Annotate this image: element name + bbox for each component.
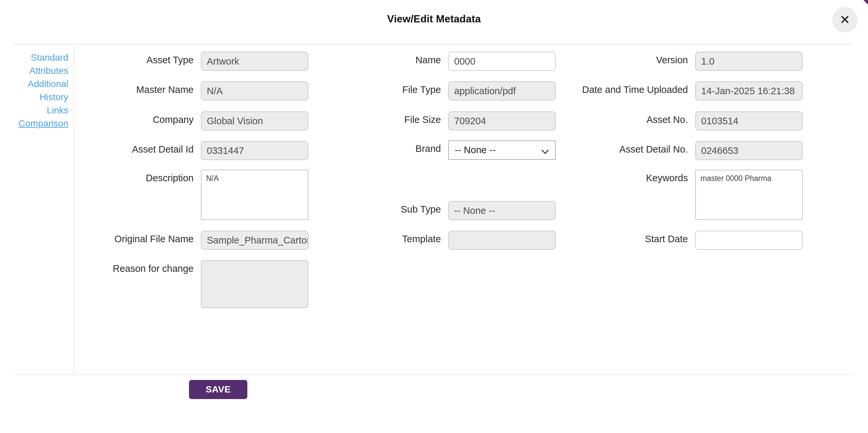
original-file-name-input	[201, 231, 308, 250]
sidebar-item-standard[interactable]: Standard	[10, 51, 68, 64]
field-asset-detail-no: Asset Detail No.	[570, 141, 803, 160]
sidebar-nav: Standard Attributes Additional History L…	[10, 51, 68, 130]
field-version: Version	[570, 52, 803, 71]
reason-for-change-textarea	[201, 260, 308, 308]
asset-no-label: Asset No.	[570, 111, 695, 125]
name-input[interactable]	[448, 52, 556, 71]
close-icon: ✕	[840, 13, 850, 26]
master-name-label: Master Name	[76, 81, 201, 95]
keywords-label: Keywords	[570, 170, 695, 184]
brand-select-value: -- None --	[455, 145, 496, 156]
description-label: Description	[76, 170, 201, 184]
field-name: Name	[323, 52, 556, 71]
sidebar-item-additional[interactable]: Additional	[10, 77, 68, 91]
sub-type-input	[448, 201, 556, 220]
sub-type-label: Sub Type	[323, 201, 448, 215]
master-name-input	[201, 81, 308, 101]
field-brand: Brand -- None --	[323, 140, 556, 160]
name-label: Name	[323, 52, 448, 66]
field-file-type: File Type	[323, 81, 556, 101]
asset-no-input	[695, 111, 803, 131]
page-title: View/Edit Metadata	[0, 13, 868, 25]
field-asset-no: Asset No.	[570, 111, 803, 131]
field-template: Template	[323, 231, 556, 250]
sidebar-item-links[interactable]: Links	[10, 104, 68, 117]
sidebar-item-history[interactable]: History	[10, 91, 68, 104]
close-button[interactable]: ✕	[832, 7, 858, 33]
company-label: Company	[76, 111, 201, 125]
keywords-textarea[interactable]: master 0000 Pharma	[695, 170, 803, 220]
asset-detail-no-label: Asset Detail No.	[570, 141, 695, 155]
field-reason-for-change: Reason for change	[76, 260, 308, 308]
asset-detail-no-input	[695, 141, 803, 160]
field-description: Description N/A	[76, 170, 308, 220]
brand-select[interactable]: -- None --	[448, 140, 556, 160]
asset-detail-id-label: Asset Detail Id	[76, 141, 201, 155]
field-asset-detail-id: Asset Detail Id	[76, 141, 308, 160]
sidebar-item-comparison[interactable]: Comparison	[10, 117, 68, 130]
template-label: Template	[323, 231, 448, 244]
original-file-name-label: Original File Name	[76, 231, 201, 244]
asset-type-input	[201, 52, 308, 71]
sidebar-item-attributes[interactable]: Attributes	[10, 64, 68, 77]
field-master-name: Master Name	[76, 81, 308, 101]
top-divider	[13, 44, 853, 44]
field-original-file-name: Original File Name	[76, 231, 308, 250]
field-file-size: File Size	[323, 111, 556, 131]
file-type-label: File Type	[323, 81, 448, 95]
asset-detail-id-input	[201, 141, 308, 160]
field-sub-type: Sub Type	[323, 201, 556, 220]
version-input	[695, 52, 803, 71]
start-date-label: Start Date	[570, 231, 695, 244]
brand-label: Brand	[323, 140, 448, 154]
field-start-date: Start Date	[570, 231, 803, 250]
file-type-input	[448, 81, 556, 101]
corner-accent	[863, 0, 868, 5]
template-input	[448, 231, 556, 250]
field-keywords: Keywords master 0000 Pharma	[570, 170, 803, 220]
bottom-divider	[13, 374, 853, 375]
date-time-uploaded-label: Date and Time Uploaded	[570, 81, 695, 95]
save-button[interactable]: SAVE	[189, 380, 247, 399]
version-label: Version	[570, 52, 695, 66]
file-size-label: File Size	[323, 111, 448, 125]
file-size-input	[448, 111, 556, 131]
reason-for-change-label: Reason for change	[76, 260, 201, 274]
chevron-down-icon	[541, 147, 549, 154]
field-date-time-uploaded: Date and Time Uploaded	[570, 81, 803, 101]
field-asset-type: Asset Type	[76, 52, 308, 71]
field-company: Company	[76, 111, 308, 131]
asset-type-label: Asset Type	[76, 52, 201, 66]
description-textarea[interactable]: N/A	[201, 170, 308, 220]
start-date-input[interactable]	[695, 231, 803, 250]
date-time-uploaded-input	[695, 81, 803, 101]
sidebar-divider	[73, 44, 74, 374]
company-input	[201, 111, 308, 131]
